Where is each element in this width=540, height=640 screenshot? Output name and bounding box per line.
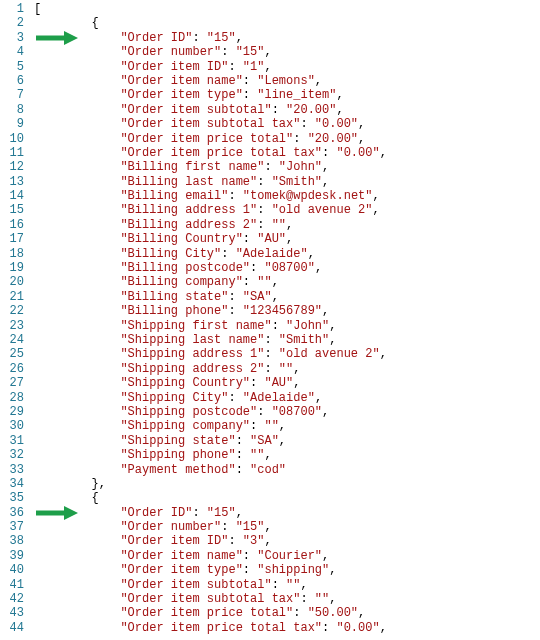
code-line: "Shipping City": "Adelaide", bbox=[34, 391, 540, 405]
code-line: "Shipping first name": "John", bbox=[34, 319, 540, 333]
json-value: "" bbox=[315, 592, 329, 606]
code-line: "Billing Country": "AU", bbox=[34, 232, 540, 246]
json-key: "Shipping address 1" bbox=[120, 347, 264, 361]
json-key: "Order item price total" bbox=[120, 132, 293, 146]
line-number: 42 bbox=[0, 592, 34, 606]
code-line: "Order item type": "shipping", bbox=[34, 563, 540, 577]
code-line: "Order number": "15", bbox=[34, 45, 540, 59]
line-number: 38 bbox=[0, 534, 34, 548]
json-key: "Billing Country" bbox=[120, 232, 242, 246]
json-value: "0.00" bbox=[336, 621, 379, 635]
code-line: "Shipping Country": "AU", bbox=[34, 376, 540, 390]
json-key: "Shipping address 2" bbox=[120, 362, 264, 376]
arrow-icon bbox=[34, 505, 78, 521]
json-value: "15" bbox=[236, 45, 265, 59]
line-number: 31 bbox=[0, 434, 34, 448]
json-key: "Order number" bbox=[120, 45, 221, 59]
code-line: "Billing first name": "John", bbox=[34, 160, 540, 174]
code-line: "Billing state": "SA", bbox=[34, 290, 540, 304]
code-line: "Order item subtotal": "20.00", bbox=[34, 103, 540, 117]
json-key: "Order ID" bbox=[120, 31, 192, 45]
code-line: "Order item subtotal tax": "0.00", bbox=[34, 117, 540, 131]
json-value: "AU" bbox=[264, 376, 293, 390]
json-key: "Shipping phone" bbox=[120, 448, 235, 462]
json-key: "Shipping Country" bbox=[120, 376, 250, 390]
code-line: "Order item subtotal tax": "", bbox=[34, 592, 540, 606]
json-key: "Order item type" bbox=[120, 88, 242, 102]
code-line: "Billing phone": "123456789", bbox=[34, 304, 540, 318]
line-number: 33 bbox=[0, 463, 34, 477]
code-line: "Order item price total": "50.00", bbox=[34, 606, 540, 620]
code-line: "Order item price total tax": "0.00", bbox=[34, 146, 540, 160]
code-line: "Billing address 2": "", bbox=[34, 218, 540, 232]
json-key: "Order item type" bbox=[120, 563, 242, 577]
line-number: 40 bbox=[0, 563, 34, 577]
json-value: "tomek@wpdesk.net" bbox=[243, 189, 373, 203]
json-value: "line_item" bbox=[257, 88, 336, 102]
json-key: "Order item subtotal tax" bbox=[120, 117, 300, 131]
json-value: "20.00" bbox=[286, 103, 336, 117]
json-value: "" bbox=[264, 419, 278, 433]
json-key: "Order item subtotal" bbox=[120, 103, 271, 117]
json-value: "15" bbox=[207, 506, 236, 520]
json-key: "Billing email" bbox=[120, 189, 228, 203]
line-number: 18 bbox=[0, 247, 34, 261]
json-key: "Billing phone" bbox=[120, 304, 228, 318]
json-value: "0.00" bbox=[336, 146, 379, 160]
json-value: "20.00" bbox=[308, 132, 358, 146]
json-key: "Order item subtotal tax" bbox=[120, 592, 300, 606]
line-number: 24 bbox=[0, 333, 34, 347]
json-value: "old avenue 2" bbox=[279, 347, 380, 361]
json-key: "Shipping company" bbox=[120, 419, 250, 433]
json-value: "" bbox=[279, 362, 293, 376]
json-key: "Order item name" bbox=[120, 74, 242, 88]
line-number: 41 bbox=[0, 578, 34, 592]
code-line: { bbox=[34, 16, 540, 30]
code-line: "Shipping company": "", bbox=[34, 419, 540, 433]
line-number: 15 bbox=[0, 203, 34, 217]
json-key: "Order item name" bbox=[120, 549, 242, 563]
json-key: "Order item price total tax" bbox=[120, 621, 322, 635]
json-value: "1" bbox=[243, 60, 265, 74]
code-line: "Shipping last name": "Smith", bbox=[34, 333, 540, 347]
svg-marker-3 bbox=[64, 506, 78, 520]
code-line: "Shipping address 1": "old avenue 2", bbox=[34, 347, 540, 361]
line-number: 25 bbox=[0, 347, 34, 361]
json-value: "Courier" bbox=[257, 549, 322, 563]
code-area: [ { "Order ID": "15", "Order number": "1… bbox=[34, 0, 540, 640]
line-number: 2 bbox=[0, 16, 34, 30]
line-number: 21 bbox=[0, 290, 34, 304]
code-line: "Order item price total tax": "0.00", bbox=[34, 621, 540, 635]
code-line: "Order item price total": "20.00", bbox=[34, 132, 540, 146]
line-number: 12 bbox=[0, 160, 34, 174]
line-number: 6 bbox=[0, 74, 34, 88]
json-key: "Order item ID" bbox=[120, 534, 228, 548]
json-value: "15" bbox=[236, 520, 265, 534]
code-line: "Order item ID": "1", bbox=[34, 60, 540, 74]
line-number: 8 bbox=[0, 103, 34, 117]
arrow-icon bbox=[34, 30, 78, 46]
line-number: 7 bbox=[0, 88, 34, 102]
json-value: "15" bbox=[207, 31, 236, 45]
code-line: "Order item subtotal": "", bbox=[34, 578, 540, 592]
json-value: "08700" bbox=[272, 405, 322, 419]
line-number: 22 bbox=[0, 304, 34, 318]
code-line: { bbox=[34, 491, 540, 505]
json-value: "" bbox=[286, 578, 300, 592]
line-number: 30 bbox=[0, 419, 34, 433]
json-value: "0.00" bbox=[315, 117, 358, 131]
json-key: "Billing first name" bbox=[120, 160, 264, 174]
line-number: 13 bbox=[0, 175, 34, 189]
line-number: 26 bbox=[0, 362, 34, 376]
line-number: 1 bbox=[0, 2, 34, 16]
json-key: "Billing last name" bbox=[120, 175, 257, 189]
line-number: 28 bbox=[0, 391, 34, 405]
code-line: "Billing address 1": "old avenue 2", bbox=[34, 203, 540, 217]
code-editor: 1234567891011121314151617181920212223242… bbox=[0, 0, 540, 640]
json-value: "" bbox=[250, 448, 264, 462]
line-number: 19 bbox=[0, 261, 34, 275]
json-key: "Billing address 2" bbox=[120, 218, 257, 232]
json-value: "08700" bbox=[264, 261, 314, 275]
code-line: "Order ID": "15", bbox=[34, 506, 540, 520]
json-key: "Shipping state" bbox=[120, 434, 235, 448]
